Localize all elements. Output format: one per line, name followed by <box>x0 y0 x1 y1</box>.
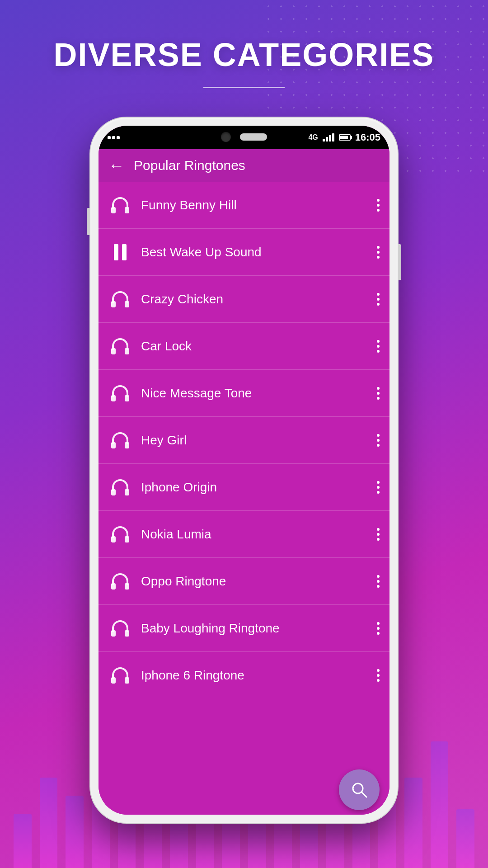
headphone-icon <box>108 335 132 358</box>
signal-bar-2 <box>326 137 328 142</box>
svg-rect-1 <box>125 207 129 213</box>
svg-rect-7 <box>125 395 129 401</box>
more-dot <box>377 632 380 635</box>
more-dot <box>377 533 380 536</box>
svg-rect-15 <box>125 583 129 590</box>
list-item[interactable]: Nice Message Tone <box>99 370 389 417</box>
list-item[interactable]: Iphone 6 Ringtone <box>99 652 389 699</box>
more-options-button[interactable] <box>377 622 380 635</box>
pause-bar-left <box>114 244 118 260</box>
svg-rect-17 <box>125 630 129 637</box>
more-dot <box>377 674 380 677</box>
battery-fill <box>340 136 348 139</box>
more-dot <box>377 298 380 301</box>
svg-rect-6 <box>111 395 116 401</box>
ringtone-name: Hey Girl <box>141 433 377 448</box>
list-item[interactable]: Car Lock <box>99 323 389 370</box>
svg-rect-16 <box>111 630 116 637</box>
phone-mockup: 4G 16:05 ← Popular Ringtones <box>90 118 398 823</box>
search-icon <box>349 780 369 800</box>
back-button[interactable]: ← <box>108 156 125 175</box>
camera-dot <box>221 132 231 142</box>
list-item[interactable]: Hey Girl <box>99 417 389 464</box>
svg-rect-5 <box>125 348 129 354</box>
more-dot <box>377 622 380 625</box>
page-title: DIVERSE CATEGORIES <box>0 36 488 73</box>
list-item[interactable]: Baby Loughing Ringtone <box>99 605 389 652</box>
signal-bar-1 <box>323 139 325 142</box>
phone-camera <box>221 132 267 142</box>
more-dot <box>377 627 380 630</box>
headphone-icon <box>108 193 132 217</box>
svg-line-21 <box>361 792 366 797</box>
battery-icon <box>339 134 351 141</box>
side-button-right <box>398 244 401 280</box>
speaker <box>240 133 267 141</box>
svg-rect-13 <box>125 536 129 542</box>
svg-rect-8 <box>111 442 116 448</box>
header-divider <box>203 87 285 88</box>
svg-rect-12 <box>111 536 116 542</box>
more-dot <box>377 679 380 682</box>
more-options-button[interactable] <box>377 293 380 306</box>
notification-dots <box>108 136 120 139</box>
ringtone-name: Iphone Origin <box>141 480 377 495</box>
status-time: 16:05 <box>355 132 380 143</box>
ringtone-name: Baby Loughing Ringtone <box>141 621 377 636</box>
headphone-icon <box>108 476 132 499</box>
headphone-icon <box>108 664 132 687</box>
signal-bar-3 <box>329 135 331 142</box>
svg-rect-14 <box>111 583 116 590</box>
svg-rect-10 <box>111 489 116 495</box>
more-dot <box>377 585 380 588</box>
list-item[interactable]: Funny Benny Hill <box>99 182 389 229</box>
ringtone-name: Oppo Ringtone <box>141 574 377 589</box>
more-dot <box>377 434 380 437</box>
svg-rect-18 <box>111 677 116 684</box>
svg-rect-11 <box>125 489 129 495</box>
phone-screen: 4G 16:05 ← Popular Ringtones <box>99 126 389 815</box>
more-options-button[interactable] <box>377 528 380 541</box>
headphone-icon <box>108 382 132 405</box>
more-dot <box>377 575 380 578</box>
search-fab-button[interactable] <box>339 769 380 810</box>
more-dot <box>377 246 380 249</box>
more-options-button[interactable] <box>377 434 380 447</box>
more-dot <box>377 397 380 400</box>
network-type: 4G <box>308 133 318 142</box>
ringtone-name: Funny Benny Hill <box>141 198 377 212</box>
headphone-icon <box>108 617 132 640</box>
ringtone-name: Car Lock <box>141 339 377 354</box>
more-dot <box>377 256 380 259</box>
ringtone-name: Best Wake Up Sound <box>141 245 377 259</box>
svg-rect-3 <box>125 301 129 307</box>
more-dot <box>377 491 380 494</box>
more-dot <box>377 486 380 489</box>
ringtone-name: Nice Message Tone <box>141 386 377 401</box>
list-item[interactable]: Oppo Ringtone <box>99 558 389 605</box>
more-options-button[interactable] <box>377 199 380 212</box>
svg-rect-2 <box>111 301 116 307</box>
more-options-button[interactable] <box>377 387 380 400</box>
more-dot <box>377 204 380 207</box>
more-dot <box>377 293 380 296</box>
list-item[interactable]: Iphone Origin <box>99 464 389 511</box>
more-dot <box>377 481 380 484</box>
list-item[interactable]: Crazy Chicken <box>99 276 389 323</box>
more-dot <box>377 350 380 353</box>
status-left <box>108 136 120 139</box>
more-options-button[interactable] <box>377 575 380 588</box>
more-options-button[interactable] <box>377 669 380 682</box>
list-item[interactable]: Best Wake Up Sound <box>99 229 389 276</box>
list-item[interactable]: Nokia Lumia <box>99 511 389 558</box>
more-options-button[interactable] <box>377 481 380 494</box>
svg-rect-9 <box>125 442 129 448</box>
more-options-button[interactable] <box>377 246 380 259</box>
ringtone-name: Iphone 6 Ringtone <box>141 668 377 683</box>
headphone-icon <box>108 570 132 593</box>
more-dot <box>377 199 380 202</box>
more-dot <box>377 669 380 672</box>
ringtone-name: Nokia Lumia <box>141 527 377 542</box>
more-options-button[interactable] <box>377 340 380 353</box>
svg-rect-0 <box>111 207 116 213</box>
